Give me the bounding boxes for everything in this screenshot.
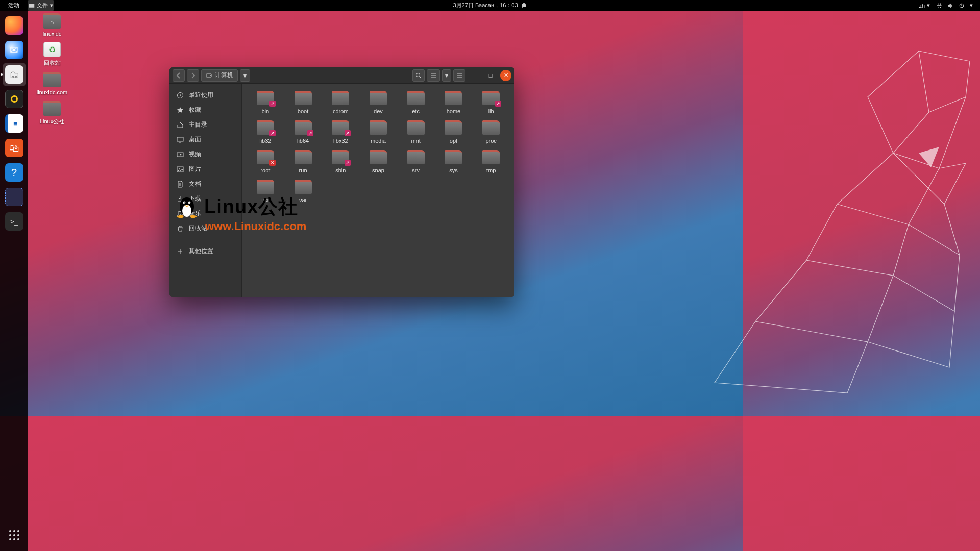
folder-label: proc (485, 138, 496, 144)
folder-label: boot (298, 108, 308, 114)
folder-label: dev (374, 108, 383, 114)
folder-tmp[interactable]: tmp (477, 150, 505, 173)
folder-dev[interactable]: dev (364, 91, 393, 114)
hamburger-menu-button[interactable] (453, 69, 465, 82)
dock-terminal[interactable]: >_ (3, 210, 26, 233)
dock-rhythmbox[interactable] (3, 87, 26, 111)
folder-icon (370, 150, 387, 164)
sidebar-item-desktop[interactable]: 桌面 (169, 132, 241, 147)
svg-rect-17 (177, 137, 183, 141)
folder-lib32[interactable]: lib32 (251, 120, 280, 144)
sidebar-item-video[interactable]: 视频 (169, 147, 241, 162)
sidebar-item-label: 下载 (189, 194, 201, 203)
folder-boot[interactable]: boot (289, 91, 317, 114)
dock-firefox[interactable] (3, 14, 26, 37)
chevron-left-icon (176, 72, 182, 79)
folder-icon (257, 120, 274, 135)
dock-files[interactable]: 🗂 (3, 63, 26, 86)
dock: ✉🗂≡🛍?>_ (0, 11, 28, 416)
sidebar-item-music[interactable]: 音乐 (169, 206, 241, 221)
folder-snap[interactable]: snap (364, 150, 393, 173)
sidebar-item-star[interactable]: 收藏 (169, 103, 241, 117)
folder-icon (445, 150, 462, 164)
dock-libreoffice-writer[interactable]: ≡ (3, 112, 26, 135)
folder-label: tmp (486, 167, 496, 173)
folder-label: etc (412, 108, 420, 114)
folder-media[interactable]: media (364, 120, 393, 144)
folder-opt[interactable]: opt (439, 120, 468, 144)
folder-srv[interactable]: srv (402, 150, 430, 173)
activities-button[interactable]: 活动 (7, 0, 20, 11)
app-menu-files[interactable]: 文件 ▾ (28, 0, 54, 11)
nav-back-button[interactable] (173, 69, 185, 82)
desktop-icons: ⌂linuxidc♻回收站linuxidc.comLinux公社 (33, 13, 71, 126)
notification-muted-icon (521, 3, 527, 9)
folder-label: media (371, 138, 386, 144)
folder-label: bin (262, 108, 270, 114)
svg-point-13 (210, 75, 211, 76)
nav-forward-button[interactable] (187, 69, 199, 82)
folder-label: cdrom (333, 108, 349, 114)
folder-label: sys (449, 167, 458, 173)
sidebar-item-clock[interactable]: 最近使用 (169, 88, 241, 103)
dock-screenshot[interactable] (3, 185, 26, 209)
file-manager-content: binbootcdromdevetchomeliblib32lib64libx3… (242, 84, 514, 297)
folder-icon (43, 72, 61, 87)
folder-icon (407, 120, 425, 135)
folder-icon (257, 91, 274, 105)
folder-usr[interactable]: usr (251, 180, 280, 203)
window-minimize-button[interactable]: ─ (470, 70, 481, 81)
window-maximize-button[interactable]: □ (485, 70, 496, 81)
folder-run[interactable]: run (289, 150, 317, 173)
folder-label: opt (450, 138, 457, 144)
sidebar-item-label: 收藏 (189, 106, 201, 114)
trash-icon: ♻ (43, 42, 61, 57)
pathbar-location[interactable]: 计算机 (201, 69, 238, 82)
folder-icon (257, 180, 274, 194)
dock-thunderbird[interactable]: ✉ (3, 38, 26, 62)
folder-lib[interactable]: lib (477, 91, 505, 114)
dock-help[interactable]: ? (3, 161, 26, 184)
clock-datetime[interactable]: 3月27日 Баасан，16：03 (453, 2, 518, 9)
desktop-icon-Linux公社[interactable]: Linux公社 (33, 101, 71, 126)
folder-cdrom[interactable]: cdrom (326, 91, 355, 114)
folder-icon (407, 91, 425, 105)
folder-home[interactable]: home (439, 91, 468, 114)
sidebar-item-trash[interactable]: 回收站 (169, 221, 241, 236)
sidebar-item-doc[interactable]: 文档 (169, 177, 241, 191)
folder-proc[interactable]: proc (477, 120, 505, 144)
view-options-dropdown[interactable]: ▾ (442, 69, 451, 82)
folder-label: libx32 (333, 138, 348, 144)
folder-root[interactable]: root (251, 150, 280, 173)
pathbar-label: 计算机 (215, 71, 233, 80)
folder-icon (295, 120, 312, 135)
sidebar-item-label: 主目录 (189, 120, 207, 129)
chevron-right-icon (190, 72, 196, 79)
sidebar-item-image[interactable]: 图片 (169, 162, 241, 177)
sidebar-item-other-locations[interactable]: 其他位置 (169, 244, 241, 259)
desktop-icon-回收站[interactable]: ♻回收站 (33, 42, 71, 67)
svg-point-20 (179, 168, 180, 169)
sidebar-item-label: 回收站 (189, 224, 207, 233)
view-list-button[interactable] (427, 69, 440, 82)
folder-mnt[interactable]: mnt (402, 120, 430, 144)
folder-sys[interactable]: sys (439, 150, 468, 173)
folder-icon (370, 91, 387, 105)
desktop-icon-linuxidc.com[interactable]: linuxidc.com (33, 72, 71, 95)
pathbar-dropdown-button[interactable]: ▾ (240, 69, 250, 82)
search-button[interactable] (412, 69, 425, 82)
folder-bin[interactable]: bin (251, 91, 280, 114)
sidebar-item-home[interactable]: 主目录 (169, 117, 241, 132)
folder-lib64[interactable]: lib64 (289, 120, 317, 144)
folder-sbin[interactable]: sbin (326, 150, 355, 173)
sidebar-item-download[interactable]: 下载 (169, 191, 241, 206)
folder-libx32[interactable]: libx32 (326, 120, 355, 144)
folder-label: snap (372, 167, 384, 173)
desktop-icon-linuxidc[interactable]: ⌂linuxidc (33, 13, 71, 37)
folder-icon (257, 150, 274, 164)
folder-etc[interactable]: etc (402, 91, 430, 114)
window-close-button[interactable]: ✕ (500, 70, 511, 81)
dock-software[interactable]: 🛍 (3, 136, 26, 160)
folder-var[interactable]: var (289, 180, 317, 203)
sidebar-item-label: 图片 (189, 165, 201, 173)
